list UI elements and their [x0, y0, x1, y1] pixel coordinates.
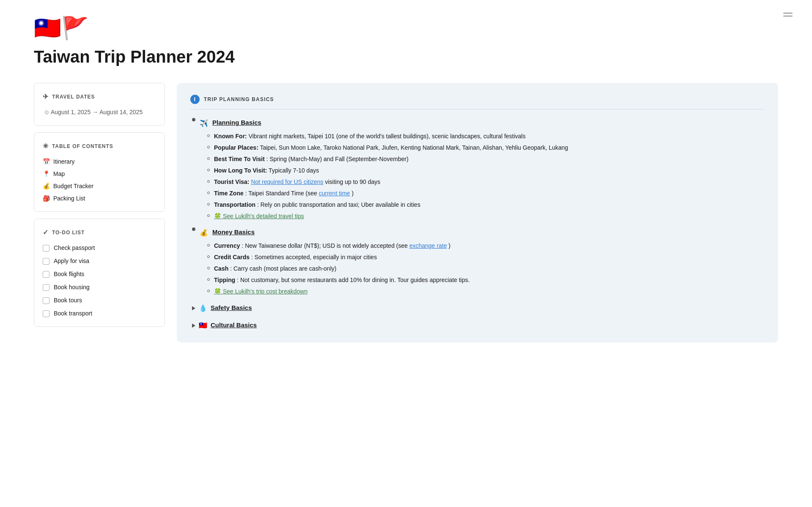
todo-icon: ✓	[43, 227, 49, 238]
sub-tourist-visa: Tourist Visa: Not required for US citize…	[207, 178, 765, 186]
sub-bullet-5	[207, 180, 210, 183]
todo-item-passport[interactable]: Check passport	[43, 244, 156, 252]
tourist-visa-text: Tourist Visa: Not required for US citize…	[214, 178, 765, 186]
flag-emoji: 🇹🇼🚩	[34, 17, 778, 39]
main-content: ✈ TRAVEL DATES ⊙ August 1, 2025 → August…	[34, 83, 778, 343]
todo-item-transport[interactable]: Book transport	[43, 309, 156, 318]
sub-bullet-8	[207, 214, 210, 217]
toc-item-map[interactable]: 📍 Map	[43, 170, 156, 178]
planning-basics-row: ✈️ Planning Basics	[190, 118, 765, 129]
menu-line-1	[783, 13, 793, 14]
tipping-label: Tipping	[214, 277, 235, 283]
known-for-label: Known For:	[214, 133, 247, 140]
money-emoji: 💰	[200, 228, 208, 238]
toc-emoji-map: 📍	[43, 170, 50, 178]
page-container: 🇹🇼🚩 Taiwan Trip Planner 2024 ✈ TRAVEL DA…	[0, 0, 812, 507]
toc-item-itinerary[interactable]: 📅 Itinerary	[43, 157, 156, 166]
sub-bullet-3	[207, 157, 210, 160]
todo-box: ✓ TO-DO LIST Check passport Apply for vi…	[34, 219, 165, 327]
planning-sub-list: Known For: Vibrant night markets, Taipei…	[190, 132, 765, 221]
tipping-text: Tipping : Not customary, but some restau…	[214, 276, 765, 285]
how-long-label: How Long To Visit:	[214, 167, 267, 174]
checkbox-housing[interactable]	[43, 284, 49, 291]
info-icon: i	[190, 95, 200, 104]
toc-item-budget[interactable]: 💰 Budget Tracker	[43, 182, 156, 191]
toc-box: ✳ TABLE OF CONTENTS 📅 Itinerary 📍 Map 💰 …	[34, 132, 165, 212]
sub-known-for: Known For: Vibrant night markets, Taipei…	[207, 132, 765, 141]
sub-cash: Cash : Carry cash (most places are cash-…	[207, 264, 765, 273]
popular-places-text: Popular Places: Taipei, Sun Moon Lake, T…	[214, 143, 765, 152]
checkbox-flights[interactable]	[43, 271, 49, 278]
travel-dates-value: ⊙ August 1, 2025 → August 14, 2025	[43, 108, 156, 117]
sub-credit-cards: Credit Cards : Sometimes accepted, espec…	[207, 253, 765, 262]
sub-bullet-m5	[207, 290, 210, 292]
current-time-link[interactable]: current time	[319, 190, 350, 197]
safety-basics-title[interactable]: Safety Basics	[211, 303, 252, 313]
sub-bullet-m1	[207, 244, 210, 247]
todo-item-visa[interactable]: Apply for visa	[43, 257, 156, 266]
money-basics-item: 💰 Money Basics Currency : New Taiwanese …	[190, 227, 765, 296]
sub-popular-places: Popular Places: Taipei, Sun Moon Lake, T…	[207, 143, 765, 152]
money-sub-list: Currency : New Taiwanese dollar (NT$); U…	[190, 241, 765, 296]
travel-dates-title: ✈ TRAVEL DATES	[43, 92, 156, 102]
cost-breakdown-link-text: 🍀 See Lukilh's trip cost breakdown	[214, 287, 765, 296]
credit-cards-text: Credit Cards : Sometimes accepted, espec…	[214, 253, 765, 262]
safety-basics-expandable[interactable]: 💧 Safety Basics	[190, 303, 765, 313]
planning-basics-title[interactable]: Planning Basics	[212, 118, 261, 128]
sub-bullet-1	[207, 134, 210, 137]
planning-emoji: ✈️	[200, 118, 208, 129]
cost-breakdown-link[interactable]: 🍀 See Lukilh's trip cost breakdown	[214, 288, 307, 295]
toc-title: ✳ TABLE OF CONTENTS	[43, 141, 156, 151]
best-time-text: Best Time To Visit : Spring (March-May) …	[214, 155, 765, 164]
sub-bullet-7	[207, 203, 210, 206]
exchange-rate-link[interactable]: exchange rate	[409, 242, 447, 249]
toc-emoji-itinerary: 📅	[43, 157, 50, 166]
cash-label: Cash	[214, 265, 228, 272]
page-title: Taiwan Trip Planner 2024	[34, 44, 778, 69]
todo-title: ✓ TO-DO LIST	[43, 227, 156, 238]
money-basics-title[interactable]: Money Basics	[212, 227, 255, 237]
todo-item-tours[interactable]: Book tours	[43, 296, 156, 305]
planning-bullet	[192, 118, 195, 121]
safety-basics-item: 💧 Safety Basics	[190, 303, 765, 313]
checkbox-visa[interactable]	[43, 258, 49, 265]
menu-line-2	[783, 16, 793, 16]
toc-list: 📅 Itinerary 📍 Map 💰 Budget Tracker 🎒 Pac…	[43, 157, 156, 203]
page-header: 🇹🇼🚩 Taiwan Trip Planner 2024	[34, 17, 778, 69]
visa-link[interactable]: Not required for US citizens	[251, 178, 323, 185]
sub-how-long: How Long To Visit: Typically 7-10 days	[207, 166, 765, 175]
todo-list: Check passport Apply for visa Book fligh…	[43, 244, 156, 318]
time-zone-text: Time Zone : Taipei Standard Time (see cu…	[214, 189, 765, 198]
sub-bullet-m2	[207, 255, 210, 258]
sub-bullet-m4	[207, 278, 210, 281]
travel-icon: ✈	[43, 92, 49, 102]
sub-tipping: Tipping : Not customary, but some restau…	[207, 276, 765, 285]
best-time-label: Best Time To Visit	[214, 156, 265, 162]
checkbox-transport[interactable]	[43, 310, 49, 317]
checkbox-passport[interactable]	[43, 245, 49, 252]
transportation-label: Transportation	[214, 201, 255, 208]
todo-item-flights[interactable]: Book flights	[43, 270, 156, 279]
sub-bullet-m3	[207, 267, 210, 269]
sub-lukilh-link: 🍀 See Lukilh's detailed travel tips	[207, 212, 765, 221]
toc-item-packing[interactable]: 🎒 Packing List	[43, 194, 156, 203]
menu-button[interactable]	[781, 10, 795, 19]
lukilh-travel-tips-link[interactable]: 🍀 See Lukilh's detailed travel tips	[214, 213, 304, 219]
cultural-basics-expandable[interactable]: 🇹🇼 Cultural Basics	[190, 320, 765, 331]
cultural-chevron-icon	[192, 323, 195, 328]
money-bullet	[192, 227, 195, 231]
safety-chevron-icon	[192, 306, 195, 310]
sub-bullet-6	[207, 192, 210, 194]
how-long-text: How Long To Visit: Typically 7-10 days	[214, 166, 765, 175]
checkbox-tours[interactable]	[43, 297, 49, 304]
todo-item-housing[interactable]: Book housing	[43, 283, 156, 292]
popular-places-label: Popular Places:	[214, 144, 258, 151]
cultural-basics-title[interactable]: Cultural Basics	[211, 321, 257, 330]
sub-currency: Currency : New Taiwanese dollar (NT$); U…	[207, 241, 765, 250]
credit-cards-label: Credit Cards	[214, 254, 250, 260]
right-panel: i TRIP PLANNING BASICS ✈️ Planning Basic…	[177, 83, 778, 343]
sub-best-time: Best Time To Visit : Spring (March-May) …	[207, 155, 765, 164]
money-basics-row: 💰 Money Basics	[190, 227, 765, 238]
travel-dates-box: ✈ TRAVEL DATES ⊙ August 1, 2025 → August…	[34, 83, 165, 126]
lukilh-link-text: 🍀 See Lukilh's detailed travel tips	[214, 212, 765, 221]
